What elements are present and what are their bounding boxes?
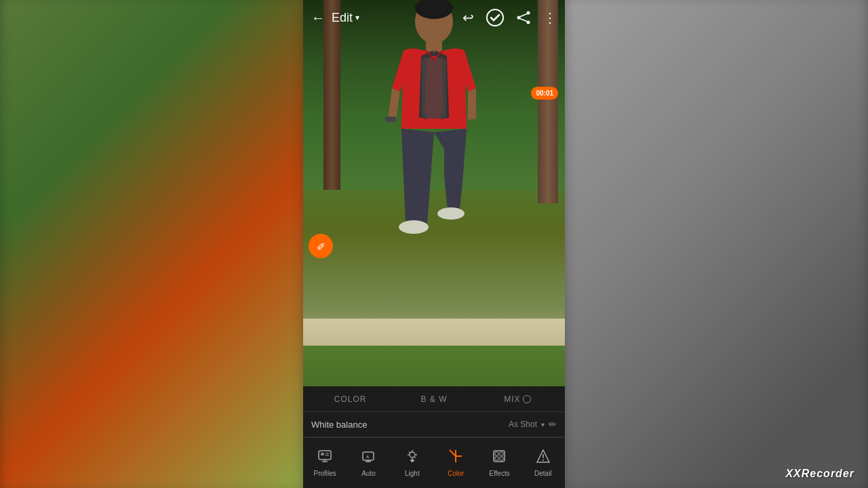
wb-value-container: As Shot ▾ ✏ [509,419,557,430]
svg-rect-16 [321,453,324,455]
svg-point-10 [527,21,530,24]
svg-line-29 [414,457,416,458]
nav-light[interactable]: Light [391,449,434,477]
svg-rect-38 [495,457,498,460]
effects-label: Effects [489,470,509,477]
timer-badge: 00:01 [531,87,558,100]
edit-dropdown-arrow: ▾ [355,13,359,22]
edit-handle-icon: ✏ [313,239,329,254]
svg-rect-13 [319,451,331,460]
photo-area: 00:01 ✏ [303,0,565,386]
svg-rect-3 [422,58,446,119]
wb-dropdown-arrow[interactable]: ▾ [541,421,545,428]
nav-color[interactable]: Color [434,449,477,477]
edit-handle[interactable]: ✏ [309,234,333,258]
watermark-x: X [785,468,793,479]
svg-rect-39 [500,457,503,460]
svg-line-12 [520,19,527,22]
white-balance-row: White balance As Shot ▾ ✏ [303,412,565,437]
svg-text:A: A [366,455,370,459]
more-button[interactable]: ⋮ [543,9,557,26]
light-label: Light [405,470,420,477]
nav-profiles[interactable]: Profiles [303,449,347,477]
wb-value: As Shot [509,420,537,429]
svg-point-7 [487,9,503,26]
svg-rect-37 [500,452,503,455]
bg-right-blur [557,0,868,488]
svg-rect-6 [385,117,396,122]
mode-tabs: COLOR B & W MIX [303,386,565,412]
svg-rect-31 [411,461,414,462]
detail-label: Detail [534,470,552,477]
svg-rect-30 [410,460,414,461]
bg-left-blur [0,0,311,488]
nav-effects[interactable]: Effects [477,449,521,477]
svg-rect-36 [495,452,498,455]
toolbar: ← Edit ▾ ↩ [303,0,565,35]
bottom-navigation: Profiles A Auto [303,437,565,488]
svg-point-23 [410,452,415,458]
svg-rect-2 [426,39,442,53]
profiles-icon [317,449,332,467]
nav-detail[interactable]: Detail [521,449,565,477]
bottom-panel: COLOR B & W MIX White balance As Shot ▾ … [303,386,565,488]
xrecorder-watermark: XXRecorder [785,468,868,480]
color-icon [448,449,463,467]
toolbar-left: ← Edit ▾ [311,10,359,26]
svg-line-11 [520,14,527,17]
mix-circle-icon [523,395,531,403]
svg-point-5 [437,207,465,220]
edit-dropdown[interactable]: Edit ▾ [332,11,359,25]
mix-mode-tab[interactable]: MIX [476,389,559,409]
effects-icon [492,449,507,467]
light-icon [405,449,420,467]
toolbar-right: ↩ ⋮ [462,9,557,26]
share-button[interactable] [516,10,531,25]
svg-line-34 [450,450,456,456]
back-button[interactable]: ← [311,10,325,26]
color-label: Color [448,470,464,477]
auto-icon: A [361,449,376,467]
bw-mode-tab[interactable]: B & W [392,389,475,409]
edit-label: Edit [332,11,353,25]
wb-edit-icon[interactable]: ✏ [549,419,557,430]
svg-rect-17 [326,453,329,454]
undo-button[interactable]: ↩ [462,9,474,26]
svg-point-42 [542,460,544,461]
svg-point-4 [399,220,429,234]
svg-line-28 [409,452,410,453]
white-balance-label: White balance [311,420,367,430]
color-mode-tab[interactable]: COLOR [309,389,392,409]
profiles-label: Profiles [313,470,336,477]
main-panel: 00:01 ✏ ← Edit ▾ ↩ [303,0,565,488]
person-figure [366,0,502,332]
auto-label: Auto [361,470,376,477]
nav-auto[interactable]: A Auto [347,449,390,477]
detail-icon [536,449,551,467]
svg-point-9 [517,16,521,20]
check-button[interactable] [486,9,504,26]
svg-point-8 [527,12,530,15]
svg-rect-18 [326,455,329,456]
